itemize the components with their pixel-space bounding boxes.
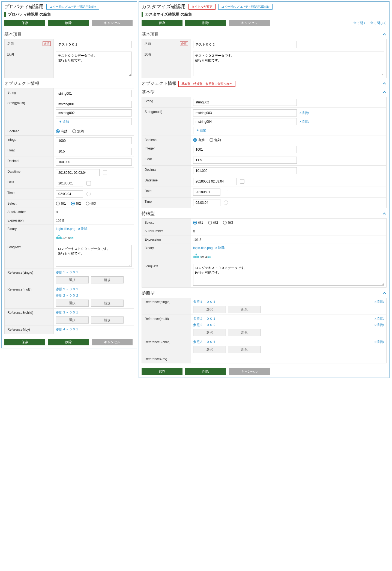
delete-button[interactable]: 削除 xyxy=(48,20,89,26)
ref-link[interactable]: 参照３－００１ xyxy=(193,340,372,344)
chevron-up-icon[interactable] xyxy=(383,82,387,86)
chevron-up-icon[interactable] xyxy=(383,91,387,94)
save-button[interactable]: 保存 xyxy=(142,20,182,26)
int-input[interactable] xyxy=(56,137,132,144)
cancel-button[interactable]: キャンセル xyxy=(92,20,133,26)
select-button[interactable]: 選択 xyxy=(56,300,89,307)
add-button[interactable]: +追加 xyxy=(193,127,384,134)
ref-link[interactable]: 参照１－００１ xyxy=(193,300,372,304)
expand-all[interactable]: 全て開く xyxy=(353,21,366,25)
collapse-all[interactable]: 全て閉じる xyxy=(370,21,387,25)
float-input[interactable] xyxy=(193,157,297,164)
calendar-icon[interactable] xyxy=(224,190,228,194)
binary-file-link[interactable]: login-title.png xyxy=(56,227,75,231)
mstring-input[interactable] xyxy=(193,109,297,116)
close-icon: × xyxy=(215,246,217,250)
ref-link[interactable]: 参照２－００２ xyxy=(193,323,372,327)
row-delete[interactable]: ×削除 xyxy=(375,340,384,344)
page-title: プロパティ確認用 xyxy=(4,3,44,10)
time-input[interactable] xyxy=(193,199,220,206)
longtext-input[interactable] xyxy=(56,245,132,267)
name-input[interactable] xyxy=(193,41,297,48)
chevron-up-icon[interactable] xyxy=(383,33,387,37)
new-button[interactable]: 新規 xyxy=(228,329,261,336)
string-input[interactable] xyxy=(193,99,297,106)
new-button[interactable]: 新規 xyxy=(91,316,124,324)
dec-input[interactable] xyxy=(56,159,132,166)
ref-link[interactable]: 参照３－００１ xyxy=(56,310,132,315)
new-button[interactable]: 新規 xyxy=(91,276,124,283)
calendar-icon[interactable] xyxy=(240,179,244,184)
delete-button[interactable]: 削除 xyxy=(185,20,226,26)
radio-opt2[interactable]: 値2 xyxy=(208,220,218,225)
radio-opt1[interactable]: 値1 xyxy=(56,201,66,206)
select-button[interactable]: 選択 xyxy=(56,316,89,324)
label-string: String xyxy=(7,91,16,94)
calendar-icon[interactable] xyxy=(86,181,91,186)
label-mstring: String(multi) xyxy=(145,110,162,114)
ref-link[interactable]: 参照２－００２ xyxy=(56,293,132,298)
delete-button[interactable]: 削除 xyxy=(185,368,226,375)
float-input[interactable] xyxy=(56,148,132,155)
binary-file-link[interactable]: login-title.png xyxy=(193,246,213,250)
binary-delete[interactable]: ×削除 xyxy=(215,246,225,250)
new-button[interactable]: 新規 xyxy=(228,346,261,353)
close-icon: × xyxy=(375,300,376,304)
new-button[interactable]: 新規 xyxy=(228,306,261,313)
select-button[interactable]: 選択 xyxy=(193,346,226,353)
mstring-input[interactable] xyxy=(193,118,297,125)
select-button[interactable]: 選択 xyxy=(193,329,226,336)
cancel-button[interactable]: キャンセル xyxy=(229,368,270,375)
ref-link[interactable]: 参照１－００１ xyxy=(56,270,132,275)
binary-delete[interactable]: ×削除 xyxy=(78,226,88,231)
date-input[interactable] xyxy=(56,180,83,187)
datetime-input[interactable] xyxy=(193,178,237,185)
new-button[interactable]: 新規 xyxy=(91,300,124,307)
save-button[interactable]: 保存 xyxy=(142,368,182,375)
cancel-button[interactable]: キャンセル xyxy=(229,20,270,26)
radio-on[interactable]: 有効 xyxy=(193,138,205,142)
clock-icon[interactable] xyxy=(224,201,228,205)
mstring-input[interactable] xyxy=(56,109,132,116)
radio-opt1[interactable]: 値1 xyxy=(193,220,203,225)
calendar-icon[interactable] xyxy=(103,171,107,175)
name-input[interactable] xyxy=(56,41,132,48)
radio-off[interactable]: 無効 xyxy=(72,129,84,134)
row-delete[interactable]: ×削除 xyxy=(375,300,384,304)
save-button[interactable]: 保存 xyxy=(4,339,45,345)
int-input[interactable] xyxy=(193,146,297,153)
ref-link[interactable]: 参照４－００１ xyxy=(56,327,132,332)
datetime-input[interactable] xyxy=(56,169,100,176)
ref4-value xyxy=(193,357,384,361)
row-delete[interactable]: ×削除 xyxy=(375,323,384,327)
row-delete[interactable]: ×削除 xyxy=(375,316,384,321)
radio-off[interactable]: 無効 xyxy=(210,138,221,142)
ref-link[interactable]: 参照２－００１ xyxy=(193,316,372,321)
clock-icon[interactable] xyxy=(86,192,91,196)
desc-input[interactable] xyxy=(193,52,384,76)
subtitle: カスタマイズ確認用 の編集 xyxy=(142,12,387,17)
select-button[interactable]: 選択 xyxy=(56,276,89,283)
dec-input[interactable] xyxy=(193,167,297,174)
time-input[interactable] xyxy=(56,190,83,198)
string-input[interactable] xyxy=(56,90,132,97)
radio-opt3[interactable]: 値3 xyxy=(223,220,233,225)
date-input[interactable] xyxy=(193,189,220,196)
cancel-button[interactable]: キャンセル xyxy=(92,339,133,345)
mstring-input[interactable] xyxy=(56,101,132,108)
label-long: LongText xyxy=(7,245,21,249)
save-button[interactable]: 保存 xyxy=(4,20,45,26)
ref-link[interactable]: 参照２－００１ xyxy=(56,287,132,292)
desc-input[interactable] xyxy=(56,52,132,76)
row-delete[interactable]: ×削除 xyxy=(300,111,309,115)
chevron-up-icon[interactable] xyxy=(383,212,387,216)
row-delete[interactable]: ×削除 xyxy=(300,119,309,124)
delete-button[interactable]: 削除 xyxy=(48,339,89,345)
radio-on[interactable]: 有効 xyxy=(56,129,67,134)
radio-opt3[interactable]: 値3 xyxy=(86,201,96,206)
select-button[interactable]: 選択 xyxy=(193,306,226,313)
longtext-input[interactable] xyxy=(193,264,384,286)
radio-opt2[interactable]: 値2 xyxy=(71,201,81,206)
add-button[interactable]: +追加 xyxy=(56,118,132,125)
chevron-up-icon[interactable] xyxy=(383,291,387,295)
